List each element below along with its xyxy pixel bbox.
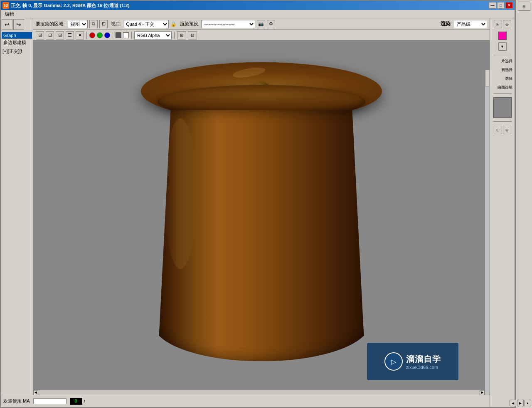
pot-body-highlight <box>164 118 197 269</box>
right-icon-render2[interactable]: ⊞ <box>503 126 511 134</box>
dark-swatch[interactable] <box>116 32 121 38</box>
right-btn-fd-select[interactable]: 选择 <box>492 75 513 82</box>
progress-bar <box>33 398 66 404</box>
status-bar: 欢迎使用 MA 0 / <box>1 395 490 407</box>
title-bar-controls: — □ ✕ <box>489 2 513 9</box>
right-btn-poly-select[interactable]: 片选择 <box>492 58 513 65</box>
scroll-left-button[interactable]: ◀ <box>33 390 38 395</box>
preset-label: 渲染预设: <box>180 21 200 27</box>
window-title: 正交, 帧 0, 显示 Gamma: 2.2, RGBA 颜色 16 位/通道 … <box>11 2 130 9</box>
sidebar-item-graph[interactable]: Graph <box>2 32 32 39</box>
quality-select[interactable]: 产品级 <box>454 20 487 28</box>
far-right-icon2[interactable]: ▶ <box>517 400 524 406</box>
viewport-label: [+][正交][f <box>1 47 33 55</box>
right-arrow-row: ▼ <box>498 42 507 51</box>
viewport-select[interactable]: Quad 4 - 正交 <box>123 20 169 28</box>
blue-channel-dot[interactable] <box>104 32 110 38</box>
far-right-panel: ⊞ ◀ ▶ ▲ ▼ <box>515 0 532 408</box>
welcome-text: 欢迎使用 MA <box>3 398 30 404</box>
render-area-wrapper: 要渲染的区域: 视图 ⧉ ⊡ 视口: Quad 4 - 正交 🔒 渲染预设: -… <box>33 18 490 395</box>
right-mini-btn2[interactable]: ◎ <box>503 20 511 28</box>
tb2-view-btn1[interactable]: ⊞ <box>177 31 186 39</box>
viewport-label-top: 视口: <box>111 21 121 27</box>
main-window: 3D 正交, 帧 0, 显示 Gamma: 2.2, RGBA 颜色 16 位/… <box>0 0 515 408</box>
area-select[interactable]: 视图 <box>68 20 88 28</box>
right-bottom-icons: ⊡ ⊞ <box>494 126 511 134</box>
tb2-separator <box>86 32 87 39</box>
area-settings-button[interactable]: ⊡ <box>99 20 108 28</box>
watermark-main-text: 溜溜自学 <box>406 354 441 365</box>
far-right-icon3[interactable]: ▲ <box>525 400 531 406</box>
right-divider3 <box>493 121 512 122</box>
far-right-icon1[interactable]: ◀ <box>510 400 516 406</box>
scroll-right-button[interactable]: ▶ <box>480 390 485 395</box>
minimize-button[interactable]: — <box>489 2 496 9</box>
area-group: 要渲染的区域: <box>36 21 64 27</box>
left-sidebar: ↩ ↪ Graph 多边形建模 [+][正交][f <box>1 18 33 395</box>
right-btn-edge-select[interactable]: 初选择 <box>492 66 513 74</box>
color-separator <box>113 32 113 38</box>
scroll-track[interactable] <box>38 390 480 395</box>
tb2-icon1[interactable]: ⊞ <box>36 31 44 39</box>
tb2-icon2[interactable]: ⊡ <box>46 31 54 39</box>
right-pink-color[interactable] <box>498 32 507 40</box>
sidebar-undo-button[interactable]: ↩ <box>2 19 12 30</box>
tb2-icon4[interactable]: ☰ <box>66 31 74 39</box>
sidebar-item-poly[interactable]: 多边形建模 <box>2 39 32 47</box>
red-channel-dot[interactable] <box>89 32 95 38</box>
render-label: 渲染 <box>441 20 451 27</box>
tb2-view-btn2[interactable]: ⊡ <box>188 31 197 39</box>
area-copy-button[interactable]: ⧉ <box>89 20 98 28</box>
app-icon: 3D <box>2 2 9 9</box>
render-scrollbar[interactable] <box>485 70 490 395</box>
bottom-scrollbar[interactable]: ◀ ▶ <box>33 390 485 395</box>
right-icon-render1[interactable]: ⊡ <box>494 126 502 134</box>
pot-lid-highlight <box>232 66 266 80</box>
right-panel: ⊞ ◎ ▼ 片选择 初选择 选择 曲面连续 ⊡ ⊞ <box>490 18 515 407</box>
area-label: 要渲染的区域: <box>36 21 64 27</box>
right-btn-surface[interactable]: 曲面连续 <box>492 84 513 91</box>
watermark-logo-icon: ▷ <box>391 358 396 366</box>
tb2-close[interactable]: ✕ <box>76 31 84 39</box>
white-swatch[interactable] <box>123 32 129 38</box>
status-numbers: 0 / <box>70 398 85 405</box>
sidebar-nav: Graph 多边形建模 <box>1 31 33 47</box>
tb2-separator2 <box>131 32 132 39</box>
status-number1: 0 <box>70 398 82 405</box>
preset-select[interactable]: -------------------- <box>201 20 255 28</box>
render-toolbar-top: 要渲染的区域: 视图 ⧉ ⊡ 视口: Quad 4 - 正交 🔒 渲染预设: -… <box>33 18 490 30</box>
area-select-group: 视图 ⧉ ⊡ <box>68 20 108 28</box>
green-channel-dot[interactable] <box>97 32 103 38</box>
camera-icon-btn[interactable]: 📷 <box>257 20 265 28</box>
channel-select[interactable]: RGB Alpha <box>134 31 172 39</box>
status-separator: / <box>84 399 85 404</box>
settings-icon-btn[interactable]: ⚙ <box>267 20 275 28</box>
watermark-sub-text: zixue.3d66.com <box>406 365 441 370</box>
watermark: ▷ 溜溜自学 zixue.3d66.com <box>367 343 458 380</box>
sidebar-redo-button[interactable]: ↪ <box>13 19 24 30</box>
close-button[interactable]: ✕ <box>505 2 513 9</box>
pot-body <box>153 110 369 361</box>
menu-item-edit[interactable]: 编辑 <box>2 10 17 18</box>
right-panel-top-row: ⊞ ◎ <box>494 20 511 28</box>
title-bar-left: 3D 正交, 帧 0, 显示 Gamma: 2.2, RGBA 颜色 16 位/… <box>2 2 130 9</box>
watermark-logo: ▷ <box>384 352 403 371</box>
render-canvas: ▷ 溜溜自学 zixue.3d66.com <box>33 41 490 395</box>
sidebar-top-icons: ↩ ↪ <box>1 18 33 31</box>
right-dropdown-btn[interactable]: ▼ <box>498 42 507 51</box>
viewport-group: 视口: Quad 4 - 正交 🔒 <box>111 20 177 28</box>
far-right-btn1[interactable]: ⊞ <box>518 2 530 11</box>
watermark-text: 溜溜自学 zixue.3d66.com <box>406 354 441 370</box>
preset-group: 渲染预设: -------------------- 📷 ⚙ <box>180 20 275 28</box>
tb2-icon3[interactable]: ⊞ <box>56 31 64 39</box>
right-divider2 <box>493 93 512 94</box>
title-bar: 3D 正交, 帧 0, 显示 Gamma: 2.2, RGBA 颜色 16 位/… <box>1 1 515 10</box>
menu-bar: 编辑 <box>1 10 515 18</box>
right-preview-box <box>493 97 512 118</box>
render-scrollbar-thumb[interactable] <box>485 70 489 86</box>
pot-3d-render <box>141 62 382 361</box>
right-divider1 <box>493 55 512 55</box>
maximize-button[interactable]: □ <box>497 2 505 9</box>
right-mini-btn1[interactable]: ⊞ <box>494 20 502 28</box>
right-color-row <box>498 32 507 40</box>
